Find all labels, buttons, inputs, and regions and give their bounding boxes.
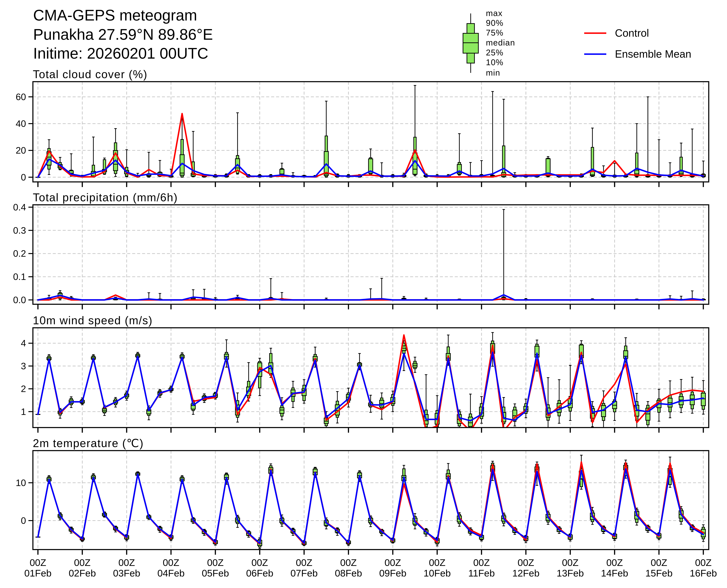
svg-text:2: 2 [21, 383, 26, 394]
svg-text:08Feb: 08Feb [335, 568, 362, 579]
svg-text:00Z: 00Z [340, 557, 357, 568]
svg-text:09Feb: 09Feb [379, 568, 406, 579]
svg-text:00Z: 00Z [562, 557, 578, 568]
svg-text:2m temperature (℃): 2m temperature (℃) [33, 437, 144, 449]
svg-text:12Feb: 12Feb [512, 568, 539, 579]
svg-text:3: 3 [21, 361, 26, 371]
svg-text:03Feb: 03Feb [113, 568, 140, 579]
svg-text:00Z: 00Z [118, 557, 135, 568]
svg-text:0: 0 [21, 515, 26, 526]
svg-text:0.2: 0.2 [13, 248, 26, 259]
svg-text:15Feb: 15Feb [645, 568, 672, 579]
svg-text:0.0: 0.0 [13, 295, 26, 305]
svg-text:0.1: 0.1 [13, 271, 26, 282]
svg-text:CMA-GEPS meteogram: CMA-GEPS meteogram [33, 6, 197, 24]
svg-text:0.4: 0.4 [13, 202, 26, 212]
svg-text:00Z: 00Z [429, 557, 445, 568]
svg-text:Control: Control [615, 27, 649, 39]
svg-text:00Z: 00Z [207, 557, 224, 568]
svg-text:10m wind speed (m/s): 10m wind speed (m/s) [33, 314, 153, 327]
svg-text:01Feb: 01Feb [24, 568, 51, 579]
svg-text:04Feb: 04Feb [157, 568, 185, 579]
svg-text:75%: 75% [486, 28, 504, 37]
svg-text:07Feb: 07Feb [291, 568, 318, 579]
svg-text:10: 10 [16, 478, 26, 488]
svg-text:00Z: 00Z [74, 557, 90, 568]
svg-text:11Feb: 11Feb [468, 568, 495, 579]
svg-text:00Z: 00Z [650, 557, 667, 568]
svg-text:60: 60 [16, 91, 26, 102]
svg-text:00Z: 00Z [518, 557, 534, 568]
svg-text:00Z: 00Z [473, 557, 490, 568]
svg-text:13Feb: 13Feb [557, 568, 584, 579]
svg-text:00Z: 00Z [29, 557, 46, 568]
svg-text:Total cloud cover (%): Total cloud cover (%) [33, 68, 148, 81]
svg-text:Ensemble Mean: Ensemble Mean [615, 48, 691, 60]
svg-text:40: 40 [16, 118, 26, 129]
svg-text:min: min [486, 68, 500, 77]
svg-text:10Feb: 10Feb [424, 568, 451, 579]
svg-text:0: 0 [21, 172, 26, 182]
svg-text:00Z: 00Z [163, 557, 179, 568]
svg-text:max: max [486, 8, 503, 18]
svg-text:10%: 10% [486, 58, 504, 67]
svg-text:20: 20 [16, 145, 26, 155]
svg-text:06Feb: 06Feb [246, 568, 273, 579]
svg-text:00Z: 00Z [606, 557, 623, 568]
svg-text:00Z: 00Z [252, 557, 268, 568]
svg-text:16Feb: 16Feb [690, 568, 717, 579]
svg-text:Punakha 27.59°N 89.86°E: Punakha 27.59°N 89.86°E [33, 26, 213, 43]
svg-text:00Z: 00Z [695, 557, 711, 568]
svg-text:median: median [486, 38, 515, 47]
svg-text:25%: 25% [486, 48, 504, 57]
svg-text:4: 4 [21, 338, 26, 348]
svg-text:05Feb: 05Feb [202, 568, 229, 579]
svg-text:0.3: 0.3 [13, 225, 26, 235]
svg-text:90%: 90% [486, 18, 504, 27]
svg-text:02Feb: 02Feb [69, 568, 96, 579]
svg-text:00Z: 00Z [296, 557, 312, 568]
svg-text:Initime: 20260201 00UTC: Initime: 20260201 00UTC [33, 45, 208, 62]
svg-text:Total precipitation (mm/6h): Total precipitation (mm/6h) [33, 191, 178, 204]
svg-text:14Feb: 14Feb [601, 568, 628, 579]
svg-text:00Z: 00Z [385, 557, 401, 568]
svg-text:1: 1 [21, 406, 26, 417]
